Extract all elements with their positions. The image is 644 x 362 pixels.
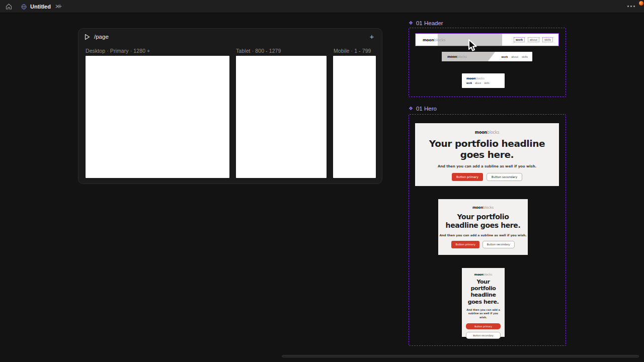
- moonblocks-logo: moonblocks: [475, 130, 499, 135]
- tab-title: Untitled: [30, 4, 51, 10]
- hero-subline: And then you can add a subline as well i…: [439, 233, 526, 237]
- home-icon: [6, 4, 12, 10]
- button-secondary[interactable]: Button secondary: [482, 241, 515, 248]
- header-nav: work about skills: [501, 55, 528, 58]
- notification-dot: [639, 1, 643, 6]
- header-nav: work about skills: [466, 82, 490, 84]
- nav-item-skills[interactable]: skills: [484, 82, 489, 84]
- moonblocks-logo: moonblocks: [447, 55, 467, 59]
- button-secondary[interactable]: Button secondary: [466, 332, 501, 339]
- nav-item-about[interactable]: about: [475, 82, 481, 84]
- section-label-text: 01 Hero: [416, 106, 437, 112]
- nav-item-about[interactable]: about: [528, 37, 539, 42]
- hero-subline: And then you can add a subline as well i…: [466, 308, 501, 320]
- button-primary[interactable]: Button primary: [451, 241, 479, 248]
- header-nav: work about skills: [514, 37, 553, 42]
- hero-variant-mobile[interactable]: moonblocks Your portfolio headline goes …: [462, 268, 505, 337]
- page-title[interactable]: /page: [94, 34, 109, 40]
- button-secondary[interactable]: Button secondary: [487, 173, 522, 181]
- hero-headline: Your portfolio headline goes here.: [424, 138, 550, 160]
- header-variant-tablet[interactable]: moonblocks work about skills: [442, 52, 532, 61]
- hero-buttons: Button primary Button secondary: [451, 241, 514, 248]
- overflow-menu-icon[interactable]: [627, 6, 635, 7]
- canvas-frame-desktop[interactable]: [86, 56, 229, 178]
- component-icon: ❖: [409, 106, 413, 111]
- header-variant-mobile[interactable]: moonblocks work about skills: [462, 73, 505, 88]
- hero-variant-desktop[interactable]: moonblocks Your portfolio headline goes …: [415, 123, 559, 186]
- hero-headline: Your portfolio headline goes here.: [443, 213, 523, 230]
- hero-variant-tablet[interactable]: moonblocks Your portfolio headline goes …: [438, 199, 528, 255]
- button-primary[interactable]: Button primary: [466, 323, 501, 329]
- breakpoint-label-desktop[interactable]: Desktop · Primary · 1280 +: [86, 48, 150, 54]
- section-label-text: 01 Header: [416, 20, 443, 26]
- hero-buttons: Button primary Button secondary: [466, 323, 501, 339]
- hero-headline: Your portfolio headline goes here.: [465, 279, 502, 305]
- new-tab-button[interactable]: +: [55, 2, 64, 11]
- home-button[interactable]: [4, 3, 13, 11]
- breakpoint-label-tablet[interactable]: Tablet · 800 - 1279: [236, 48, 281, 54]
- canvas-frame-tablet[interactable]: [236, 56, 327, 178]
- section-label-hero[interactable]: ❖ 01 Hero: [409, 106, 437, 112]
- nav-item-about[interactable]: about: [511, 55, 518, 58]
- page-panel-header: /page +: [78, 29, 382, 46]
- horizontal-scrollbar[interactable]: [282, 355, 639, 357]
- breakpoint-label-mobile[interactable]: Mobile · 1 - 799: [334, 48, 371, 54]
- add-breakpoint-button[interactable]: +: [368, 32, 376, 41]
- play-icon[interactable]: [85, 33, 90, 42]
- moonblocks-logo: moonblocks: [472, 206, 494, 210]
- page-panel: /page + Desktop · Primary · 1280 + Table…: [78, 28, 382, 184]
- moonblocks-logo: moonblocks: [474, 273, 493, 276]
- nav-item-work[interactable]: work: [466, 82, 472, 84]
- moonblocks-logo: moonblocks: [466, 76, 485, 80]
- mouse-cursor-icon: [465, 39, 478, 55]
- globe-icon: [21, 4, 27, 10]
- nav-item-work[interactable]: work: [514, 37, 525, 42]
- section-label-header[interactable]: ❖ 01 Header: [409, 20, 443, 26]
- nav-item-skills[interactable]: skills: [542, 37, 553, 42]
- nav-item-skills[interactable]: skills: [522, 55, 528, 58]
- hero-subline: And then you can add a subline as well i…: [438, 164, 536, 168]
- header-variant-desktop[interactable]: moonblocks work about skills: [415, 33, 559, 46]
- topbar: Untitled ✕ +: [0, 0, 644, 13]
- button-primary[interactable]: Button primary: [452, 173, 483, 181]
- hero-buttons: Button primary Button secondary: [452, 173, 522, 181]
- canvas-frame-mobile[interactable]: [333, 56, 376, 178]
- nav-item-work[interactable]: work: [501, 55, 508, 58]
- component-icon: ❖: [409, 21, 413, 26]
